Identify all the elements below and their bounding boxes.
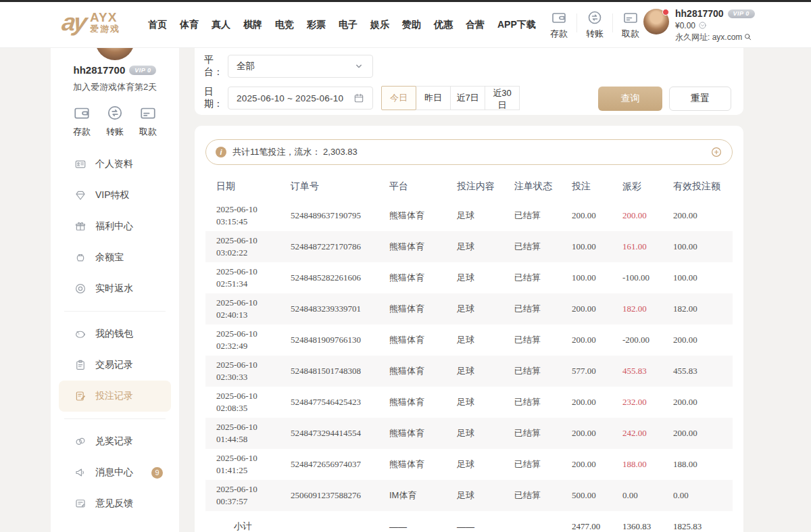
sidebar-item-feedback[interactable]: 意见反馈: [51, 488, 179, 519]
sidebar-action-deposit[interactable]: 存款: [70, 104, 94, 138]
table-row: 2025-06-1002:40:135248483239339701熊猫体育足球…: [205, 293, 733, 324]
nav-item-10[interactable]: 优惠: [434, 19, 453, 31]
sidebar-item-profile[interactable]: 个人资料: [51, 149, 179, 180]
reset-button[interactable]: 重置: [669, 87, 731, 111]
sidebar-item-vip[interactable]: VIP特权: [51, 180, 179, 211]
logo-text: AYX 爱游戏: [90, 11, 120, 34]
sidebar-item-bet-records[interactable]: 投注记录: [59, 381, 171, 412]
cell-bet-amount: 200.00: [561, 387, 612, 418]
cell-date: 2025-06-1000:37:57: [205, 480, 280, 511]
cell-valid-bet: 455.83: [662, 356, 733, 387]
search-button[interactable]: 查询: [598, 87, 662, 111]
sidebar-item-messages[interactable]: 消息中心9: [51, 457, 179, 488]
sidebar-action-transfer[interactable]: 转账: [103, 104, 127, 138]
header-action-deposit[interactable]: 存款: [545, 9, 573, 40]
cell-status: 已结算: [503, 449, 561, 480]
column-header: 注单状态: [503, 173, 561, 200]
sidebar-menu: 个人资料VIP特权福利中心余额宝实时返水我的钱包交易记录投注记录兑奖记录消息中心…: [51, 149, 179, 519]
cell-bet-content: 足球: [446, 418, 503, 449]
sidebar-item-rebate[interactable]: 实时返水: [51, 273, 179, 304]
nav-item-8[interactable]: 娱乐: [370, 19, 389, 31]
quick-range-1[interactable]: 今日: [381, 86, 416, 110]
cell-bet-amount: 200.00: [561, 449, 612, 480]
bet-records-panel: 共计11笔投注，流水： 2,303.83 日期订单号平台投注内容注单状态投注派彩…: [195, 126, 743, 532]
subtotal-bet: 2477.00: [561, 511, 612, 532]
divider: [64, 311, 166, 312]
sidebar-action-withdraw[interactable]: 取款: [136, 104, 160, 138]
join-days-text: 加入爱游戏体育第2天: [51, 81, 179, 93]
expand-icon[interactable]: [710, 146, 722, 158]
nav-item-11[interactable]: 合营: [466, 19, 485, 31]
cell-valid-bet: 200.00: [662, 418, 733, 449]
prize-icon: [74, 435, 87, 448]
table-row: 2025-06-1002:30:335248481501748308熊猫体育足球…: [205, 356, 733, 387]
sidebar-item-welfare[interactable]: 福利中心: [51, 211, 179, 242]
logo-name-en: AYX: [90, 11, 120, 24]
wallet-icon: [73, 104, 91, 122]
cell-bet-amount: 100.00: [561, 262, 612, 293]
nav-item-9[interactable]: 赞助: [402, 19, 421, 31]
sidebar-vip-badge: VIP 0: [129, 66, 156, 75]
window-top-edge: [0, 0, 811, 2]
url-search-icon[interactable]: [743, 32, 752, 41]
cell-status: 已结算: [503, 387, 561, 418]
cell-payout: 242.00: [612, 418, 662, 449]
cell-valid-bet: 200.00: [662, 324, 733, 356]
header-action-transfer[interactable]: 转账: [581, 9, 609, 40]
nav-item-3[interactable]: 真人: [212, 19, 230, 31]
notification-badge: 9: [151, 467, 163, 479]
user-account-area[interactable]: hh2817700 VIP 0 ¥0.00 永久网址: ayx.com: [643, 9, 755, 41]
pig-icon: [74, 328, 87, 340]
nav-item-2[interactable]: 体育: [180, 19, 199, 31]
user-info: hh2817700 VIP 0 ¥0.00 永久网址: ayx.com: [675, 9, 755, 41]
cell-order-no: 5248485282261606: [280, 262, 378, 293]
cell-platform: 熊猫体育: [378, 293, 446, 324]
header-action-withdraw[interactable]: 取款: [616, 9, 645, 40]
cell-payout: 0.00: [612, 480, 662, 511]
date-range-value: 2025-06-10 ~ 2025-06-10: [237, 93, 343, 103]
nav-item-12[interactable]: APP下载: [497, 19, 536, 31]
header-action-label: 取款: [616, 28, 645, 40]
site-logo[interactable]: ay AYX 爱游戏: [62, 10, 120, 34]
sidebar-item-prizes[interactable]: 兑奖记录: [51, 426, 179, 457]
username: hh2817700: [675, 9, 724, 18]
cell-date: 2025-06-1003:02:22: [205, 231, 280, 262]
column-header: 投注: [561, 173, 612, 200]
main-nav: 首页体育真人棋牌电竞彩票电子娱乐赞助优惠合营APP下载: [148, 2, 536, 47]
gem-icon: [74, 189, 87, 201]
sidebar-menu-group-2: 我的钱包交易记录投注记录: [51, 318, 179, 412]
platform-select[interactable]: 全部: [228, 55, 373, 78]
cell-status: 已结算: [503, 480, 561, 511]
quick-range-2[interactable]: 昨日: [416, 86, 451, 110]
sidebar-username: hh2817700: [74, 64, 126, 76]
quick-range-3[interactable]: 近7日: [450, 86, 485, 110]
subtotal-valid-bet: 1825.83: [662, 511, 733, 532]
nav-item-5[interactable]: 电竞: [275, 19, 294, 31]
subtotal-content: ——: [446, 511, 503, 532]
avatar[interactable]: [643, 9, 669, 34]
cell-payout: 182.00: [612, 293, 662, 324]
logo-mark: ay: [60, 10, 87, 34]
table-row: 2025-06-1001:41:255248472656974037熊猫体育足球…: [205, 449, 733, 480]
calendar-icon[interactable]: [353, 93, 364, 103]
cell-date: 2025-06-1003:15:45: [205, 200, 280, 231]
nav-item-4[interactable]: 棋牌: [243, 19, 262, 31]
quick-range-4[interactable]: 近30日: [485, 86, 520, 110]
cell-status: 已结算: [503, 262, 561, 293]
nav-item-1[interactable]: 首页: [148, 19, 167, 31]
cell-bet-amount: 577.00: [561, 356, 612, 387]
sidebar-item-label: VIP特权: [95, 189, 130, 201]
rebate-icon: [74, 283, 87, 295]
sidebar-item-label: 福利中心: [95, 220, 133, 233]
cell-bet-amount: 500.00: [561, 480, 612, 511]
sidebar-item-label: 意见反馈: [95, 498, 133, 510]
date-range-input[interactable]: 2025-06-10 ~ 2025-06-10: [228, 87, 373, 110]
nav-item-6[interactable]: 彩票: [307, 19, 326, 31]
sidebar-item-wallet[interactable]: 我的钱包: [51, 318, 179, 349]
nav-item-7[interactable]: 电子: [339, 19, 358, 31]
subtotal-platform: ——: [378, 511, 446, 532]
sidebar-item-transactions[interactable]: 交易记录: [51, 349, 179, 381]
sidebar-item-yuebao[interactable]: 余额宝: [51, 242, 179, 273]
balance-expand-icon[interactable]: [698, 21, 707, 30]
bet-record-icon: [74, 390, 87, 402]
